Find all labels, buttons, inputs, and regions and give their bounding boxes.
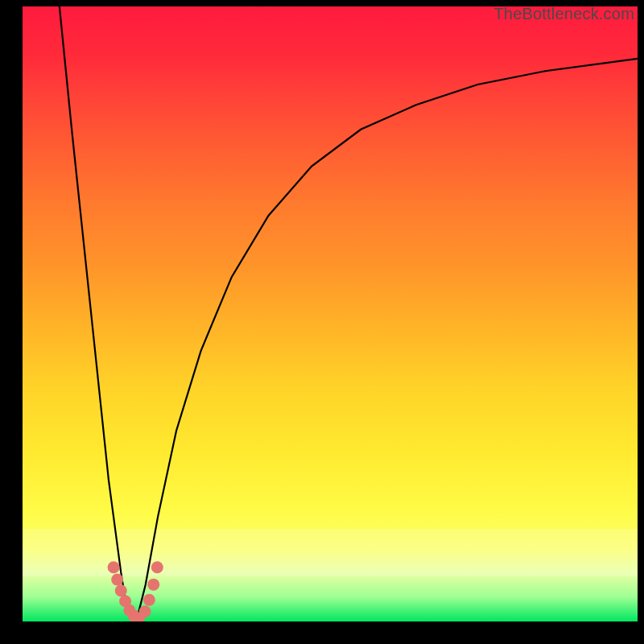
marker-dot [151,561,163,573]
marker-dot [115,584,127,597]
curve-left-branch [60,6,137,621]
marker-dot [111,574,123,586]
plot-area [23,6,638,621]
chart-frame: TheBottleneck.com [0,0,644,644]
marker-group-bottom-dots [108,561,163,621]
watermark-text: TheBottleneck.com [493,5,634,23]
marker-dot [147,579,159,591]
marker-dot [139,605,151,617]
curves-svg [23,6,638,621]
marker-dot [143,594,155,606]
curve-right-branch [136,59,638,621]
marker-dot [108,561,120,573]
